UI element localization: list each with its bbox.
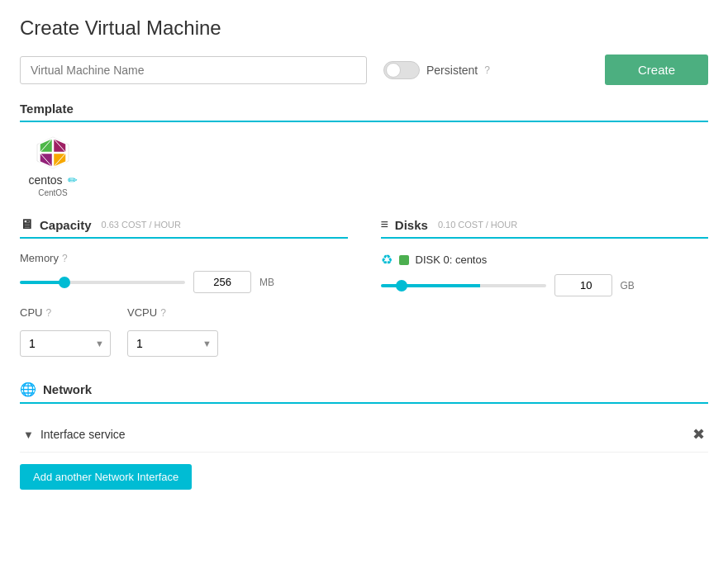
memory-label: Memory ? xyxy=(20,252,348,264)
two-col-section: 🖥 Capacity 0.63 cost / hour Memory ? MB xyxy=(20,217,708,357)
add-network-interface-button[interactable]: Add another Network Interface xyxy=(20,464,192,490)
interface-label: Interface service xyxy=(40,428,126,441)
top-bar: Persistent ? Create xyxy=(20,55,708,85)
disks-section-header: ≡ Disks 0.10 cost / hour xyxy=(381,217,709,239)
vm-name-input[interactable] xyxy=(20,56,367,84)
cpu-help-icon[interactable]: ? xyxy=(45,307,51,319)
disk-field-group: ♻ DISK 0: centos GB xyxy=(381,252,709,296)
disk-unit: GB xyxy=(621,280,635,291)
vcpu-select-wrap: 1248 ▼ xyxy=(127,330,218,357)
cpu-label: CPU ? xyxy=(20,306,111,319)
persistent-wrap: Persistent ? xyxy=(383,61,490,79)
capacity-section-header: 🖥 Capacity 0.63 cost / hour xyxy=(20,217,348,239)
network-section-label: Network xyxy=(43,382,92,396)
memory-field-group: Memory ? MB xyxy=(20,252,348,293)
template-section: Template xyxy=(20,102,708,197)
network-globe-icon: 🌐 xyxy=(20,382,36,397)
centos-logo-icon xyxy=(36,135,70,170)
disk-input[interactable] xyxy=(554,274,612,296)
disk-slider[interactable] xyxy=(381,284,546,287)
disk-label: DISK 0: centos xyxy=(416,254,488,266)
interface-chevron-down-icon: ▼ xyxy=(23,429,34,441)
capacity-col: 🖥 Capacity 0.63 cost / hour Memory ? MB xyxy=(20,217,348,357)
disks-col: ≡ Disks 0.10 cost / hour ♻ DISK 0: cento… xyxy=(381,217,709,357)
disks-icon: ≡ xyxy=(381,217,388,232)
template-section-label: Template xyxy=(20,102,74,116)
memory-unit: MB xyxy=(259,277,274,288)
interface-row[interactable]: ▼ Interface service ✖ xyxy=(20,417,708,453)
capacity-cost: 0.63 cost / hour xyxy=(102,220,181,230)
template-item[interactable]: centos ✏ CentOS xyxy=(20,135,86,197)
disks-section-label: Disks xyxy=(395,218,428,232)
template-name: centos xyxy=(28,173,62,187)
template-section-header: Template xyxy=(20,102,708,122)
disk-slider-row: GB xyxy=(381,274,709,296)
memory-slider[interactable] xyxy=(20,281,185,284)
template-name-row: centos ✏ xyxy=(28,173,77,187)
vcpu-help-icon[interactable]: ? xyxy=(160,307,166,319)
persistent-help-icon[interactable]: ? xyxy=(484,64,490,76)
remove-interface-icon[interactable]: ✖ xyxy=(692,425,705,443)
disk-recycle-icon: ♻ xyxy=(381,252,393,268)
cpu-row: CPU ? 1248 ▼ VCPU ? xyxy=(20,306,348,357)
edit-template-icon[interactable]: ✏ xyxy=(68,173,78,187)
centos-sublabel: CentOS xyxy=(38,188,68,197)
page-container: Create Virtual Machine Persistent ? Crea… xyxy=(0,0,728,523)
cpu-select-wrap: 1248 ▼ xyxy=(20,330,111,357)
persistent-toggle[interactable] xyxy=(383,61,420,79)
vcpu-select[interactable]: 1248 xyxy=(127,330,218,357)
memory-input[interactable] xyxy=(193,271,251,293)
network-section-header: 🌐 Network xyxy=(20,382,708,404)
monitor-icon: 🖥 xyxy=(20,217,33,232)
create-button[interactable]: Create xyxy=(605,55,708,85)
vcpu-label: VCPU ? xyxy=(127,306,218,319)
page-title: Create Virtual Machine xyxy=(20,17,708,40)
capacity-section-label: Capacity xyxy=(40,218,92,232)
interface-left: ▼ Interface service xyxy=(23,428,126,441)
disk-item: ♻ DISK 0: centos xyxy=(381,252,709,268)
toggle-knob xyxy=(386,63,401,78)
memory-help-icon[interactable]: ? xyxy=(62,253,68,264)
memory-slider-row: MB xyxy=(20,271,348,293)
cpu-field: CPU ? 1248 ▼ xyxy=(20,306,111,357)
disks-cost: 0.10 cost / hour xyxy=(438,220,517,230)
vcpu-field: VCPU ? 1248 ▼ xyxy=(127,306,218,357)
persistent-label: Persistent xyxy=(426,64,478,77)
disk-active-dot xyxy=(399,255,409,265)
network-section: 🌐 Network ▼ Interface service ✖ Add anot… xyxy=(20,382,708,490)
cpu-select[interactable]: 1248 xyxy=(20,330,111,357)
